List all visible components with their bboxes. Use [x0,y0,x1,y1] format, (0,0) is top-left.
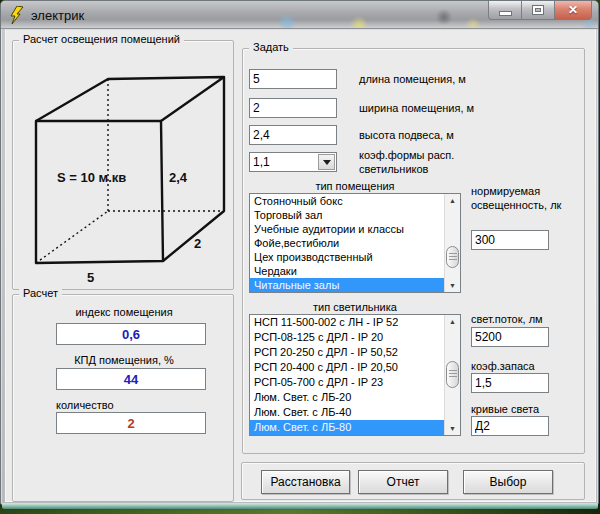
luminaire-type-label: тип светильника [249,300,461,314]
room-type-scrollbar[interactable]: ▲ ▼ [444,194,460,292]
list-item-selected[interactable]: Люм. Свет. с ЛБ-80 [250,420,444,435]
minimize-icon [500,12,511,15]
safety-factor-label: коэф.запаса [471,359,535,373]
choose-button[interactable]: Выбор [463,470,553,494]
minimize-button[interactable] [488,1,522,20]
scroll-down-icon[interactable]: ▼ [445,422,460,435]
room-width-label: ширина помещения, м [359,101,474,115]
room-efficiency-value[interactable] [56,368,206,390]
list-item[interactable]: Фойе,вестибюли [250,236,444,250]
scrollbar-thumb[interactable] [446,246,459,268]
room-index-value[interactable] [56,323,206,345]
app-window: электрик ✕ Расчет освещения помещений [0,0,599,505]
form-factor-label: коэф.формы расп. светильников [359,148,471,176]
quantity-label: количество [56,398,114,412]
cube-width-label: 5 [87,270,94,285]
list-item-selected[interactable]: Читальные залы [250,278,444,292]
cube-area-label: S = 10 м.кв [57,170,126,185]
light-curves-label: кривые света [471,402,539,416]
list-item[interactable]: Учебные аудитории и классы [250,222,444,236]
room-efficiency-label: КПД помещения, % [13,353,235,367]
cube-depth-label: 2 [194,236,201,251]
scroll-down-icon[interactable]: ▼ [445,279,460,292]
suspension-height-input[interactable] [249,125,337,145]
form-factor-value: 1,1 [253,155,270,169]
illuminance-input[interactable] [471,230,549,250]
maximize-icon [533,6,543,14]
list-item[interactable]: РСП-05-700 с ДРЛ - IP 23 [250,375,444,390]
calc-group-title: Расчет [19,287,62,299]
list-item[interactable]: Цех производственный [250,250,444,264]
list-item[interactable]: Стояночный бокс [250,194,444,208]
combo-dropdown-button[interactable] [318,154,335,170]
room-type-items: Стояночный бокс Торговый зал Учебные ауд… [250,194,444,292]
luminaire-type-items: НСП 11-500-002 с ЛН - IP 52 РСП-08-125 с… [250,315,444,435]
cube-height-label: 2,4 [169,170,188,185]
lightning-icon [9,6,25,24]
list-item[interactable]: РСП 20-250 с ДРЛ - IP 50,52 [250,345,444,360]
title-bar[interactable]: электрик ✕ [1,1,598,29]
form-factor-combobox[interactable]: 1,1 [249,152,337,172]
room-length-label: длина помещения, м [359,72,466,86]
quantity-value[interactable] [56,412,206,434]
room-length-input[interactable] [249,69,337,89]
list-item[interactable]: РСП-08-125 с ДРЛ - IP 20 [250,330,444,345]
set-group-title: Задать [249,41,293,53]
scrollbar-thumb[interactable] [446,361,459,388]
list-item[interactable]: НСП 11-500-002 с ЛН - IP 52 [250,315,444,330]
room-type-label: тип помещения [249,179,461,193]
chevron-down-icon [323,160,331,165]
suspension-height-label: высота подвеса, м [359,128,454,142]
close-button[interactable]: ✕ [554,1,592,20]
set-group: Задать длина помещения, м ширина помещен… [242,48,585,454]
list-item[interactable]: Торговый зал [250,208,444,222]
illuminance-label: нормируемая освещенность, лк [471,184,569,212]
flux-label: свет.поток, лм [471,312,543,326]
list-item[interactable]: Чердаки [250,264,444,278]
scroll-up-icon[interactable]: ▲ [445,315,460,328]
list-item[interactable]: Люм. Свет. с ЛБ-40 [250,405,444,420]
room-cube-diagram: S = 10 м.кв 2,4 2 5 [13,41,235,289]
room-width-input[interactable] [249,98,337,118]
diagram-group: Расчет освещения помещений S = 10 м.кв 2… [12,40,234,290]
client-area: Расчет освещения помещений S = 10 м.кв 2… [5,29,596,502]
grip-icon [449,370,457,379]
action-panel: Расстановка Отчет Выбор [241,462,585,500]
placement-button[interactable]: Расстановка [261,470,350,494]
room-index-label: индекс помещения [13,305,235,319]
window-title: электрик [31,8,84,23]
light-curves-input[interactable] [471,416,549,436]
luminaire-type-scrollbar[interactable]: ▲ ▼ [444,315,460,435]
calc-group: Расчет индекс помещения КПД помещения, %… [12,294,234,502]
report-button[interactable]: Отчет [358,470,448,494]
close-icon: ✕ [568,2,578,19]
maximize-button[interactable] [521,1,555,20]
flux-input[interactable] [471,327,549,347]
safety-factor-input[interactable] [471,373,549,393]
list-item[interactable]: РСП 20-400 с ДРЛ - IP 20,50 [250,360,444,375]
luminaire-type-listbox[interactable]: НСП 11-500-002 с ЛН - IP 52 РСП-08-125 с… [249,314,461,436]
list-item[interactable]: Люм. Свет. с ЛБ-20 [250,390,444,405]
window-bottom-edge [2,504,598,509]
room-type-listbox[interactable]: Стояночный бокс Торговый зал Учебные ауд… [249,193,461,293]
window-controls: ✕ [489,1,592,20]
scroll-up-icon[interactable]: ▲ [445,194,460,207]
grip-icon [449,253,457,262]
